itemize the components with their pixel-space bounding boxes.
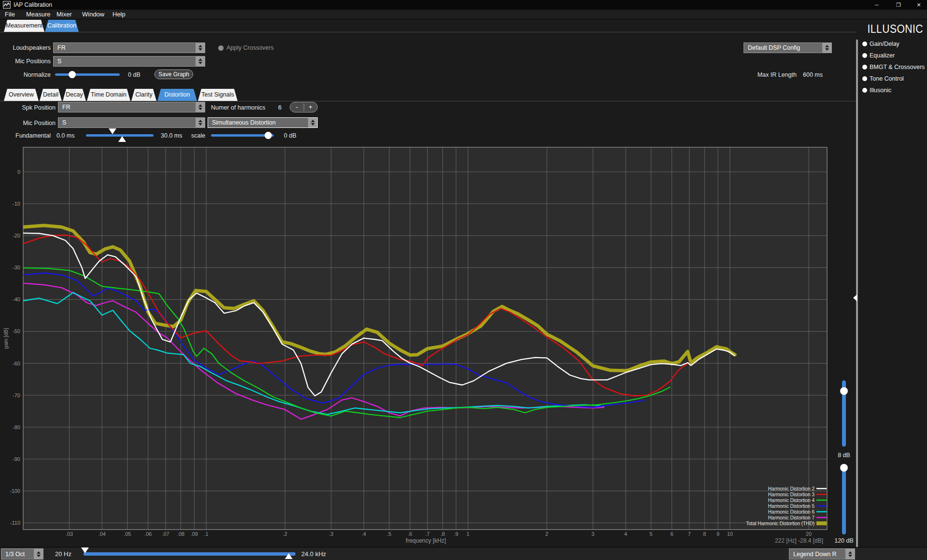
title-bar: IAP Calibration ─ ❐ ✕ [0,0,927,10]
minimize-icon[interactable]: ─ [867,0,887,10]
panel-item-gain-delay[interactable]: Gain/Delay [870,41,899,47]
tab-measurement[interactable]: Measurement [4,20,44,32]
max-ir-label: Max IR Length [746,71,797,78]
gain-slider-thumb[interactable] [840,387,848,395]
distortion-chart[interactable]: .03.04.05.06.07.08.09.1.2.3.4.5.6.7.8.91… [0,145,840,560]
fundamental-marker-down[interactable] [109,128,116,134]
app-icon [3,1,11,9]
y-tick-label: -70 [13,392,20,398]
y-tick-label: 0 [17,169,20,175]
tab-clarity[interactable]: Clarity [131,89,156,101]
menu-help[interactable]: Help [112,11,126,18]
fundamental-marker-up[interactable] [118,136,126,142]
y-tick-label: -60 [13,361,20,366]
save-graph-button[interactable]: Save Graph [154,70,193,79]
y-tick-label: -110 [10,520,20,526]
menu-bar: File Measure Mixer Window Help [0,10,927,19]
x-tick-label: .5 [387,531,392,537]
tab-detail[interactable]: Detail [40,89,62,101]
x-tick-label: 4 [624,531,627,537]
fundamental-label: Fundamental [0,132,51,139]
freq-range-slider[interactable] [84,552,295,556]
mic-positions-select[interactable]: S [53,56,205,67]
freq-range-marker-right[interactable] [285,553,293,559]
octave-select[interactable]: 1/3 Oct [1,548,43,560]
distortion-mode-value: Simultaneous Distortion [212,119,276,126]
splitter-collapse-icon[interactable] [853,294,857,301]
spinner-icon[interactable] [196,118,205,127]
tab-distortion[interactable]: Distortion [157,89,197,101]
x-tick-label: 9 [716,531,719,537]
spinner-icon[interactable] [34,549,43,559]
legend-label-hd5: Harmonic Distortion 5 [768,504,815,509]
loudspeakers-select[interactable]: FR [53,42,205,53]
legend-label-hd4: Harmonic Distortion 4 [768,498,815,503]
spinner-icon[interactable] [196,43,205,53]
legend-position-select[interactable]: Legend Down R [789,548,855,560]
scale-value: 0 dB [284,132,296,139]
tab-row-divider [0,32,856,32]
close-icon[interactable]: ✕ [909,0,927,10]
mic-position-select[interactable]: S [58,117,205,128]
harmonics-increment-button[interactable]: + [304,102,317,112]
x-tick-label: .08 [177,531,184,537]
radio-icon[interactable] [862,76,867,81]
radio-icon[interactable] [862,65,867,70]
y-tick-label: -10 [13,201,20,207]
octave-value: 1/3 Oct [5,551,25,558]
loudspeakers-label: Loudspeakers [0,44,51,51]
x-tick-label: .07 [162,531,169,537]
normalize-label: Normalize [0,71,51,78]
range-slider-label: 120 dB [831,537,857,544]
tab-calibration[interactable]: Calibration [45,20,79,32]
harmonics-value: 6 [278,104,281,111]
apply-crossovers-label: Apply Crossovers [226,44,274,51]
mic-position-label: Mic Position [0,120,56,126]
maximize-icon[interactable]: ❐ [888,0,909,10]
tab-overview[interactable]: Overview [4,89,39,101]
mic-positions-value: S [57,58,61,65]
panel-item-equalizer[interactable]: Equalizer [870,52,895,59]
spinner-icon[interactable] [196,56,205,66]
mic-position-value: S [62,119,66,126]
spinner-icon[interactable] [845,549,855,559]
radio-icon[interactable] [862,42,867,46]
plot-area[interactable] [23,147,827,530]
panel-item-tone-control[interactable]: Tone Control [870,75,904,82]
range-slider-thumb[interactable] [840,464,848,472]
panel-item-illusonic[interactable]: Illusonic [870,87,891,94]
panel-item-bmgt-crossovers[interactable]: BMGT & Crossovers [870,64,925,70]
legend-position-value: Legend Down R [793,551,837,558]
freq-range-marker-left[interactable] [81,547,89,553]
normalize-slider-thumb[interactable] [69,71,76,78]
spk-position-select[interactable]: FR [58,102,205,112]
normalize-slider[interactable] [55,73,120,76]
dsp-config-select[interactable]: Default DSP Config [744,42,832,53]
freq-max-label: 24.0 kHz [301,550,326,558]
menu-file[interactable]: File [5,11,15,18]
menu-window[interactable]: Window [82,11,104,18]
x-tick-label: 2 [546,531,548,537]
tab-decay[interactable]: Decay [63,89,86,101]
y-tick-label: -30 [13,265,20,270]
radio-icon[interactable] [862,53,867,58]
spinner-icon[interactable] [196,102,205,112]
distortion-mode-select[interactable]: Simultaneous Distortion [208,117,318,128]
apply-crossovers-radio[interactable] [218,45,224,51]
illusonic-logo: ILLUSONIC [867,22,923,36]
scale-slider-thumb[interactable] [265,132,272,139]
x-tick-label: 7 [688,531,691,537]
x-tick-label: .04 [98,531,106,537]
harmonics-decrement-button[interactable]: - [290,102,304,112]
max-ir-value: 600 ms [803,71,823,78]
tab-time-domain[interactable]: Time Domain [87,89,130,101]
menu-mixer[interactable]: Mixer [56,11,72,18]
radio-icon[interactable] [862,88,867,93]
tab-test-signals[interactable]: Test Signals [198,89,238,101]
legend-label-hd3: Harmonic Distortion 3 [768,492,815,497]
range-slider[interactable] [842,465,846,534]
spk-position-label: Spk Position [0,104,56,111]
spinner-icon[interactable] [308,118,317,127]
menu-measure[interactable]: Measure [26,11,51,18]
spinner-icon[interactable] [822,43,831,53]
